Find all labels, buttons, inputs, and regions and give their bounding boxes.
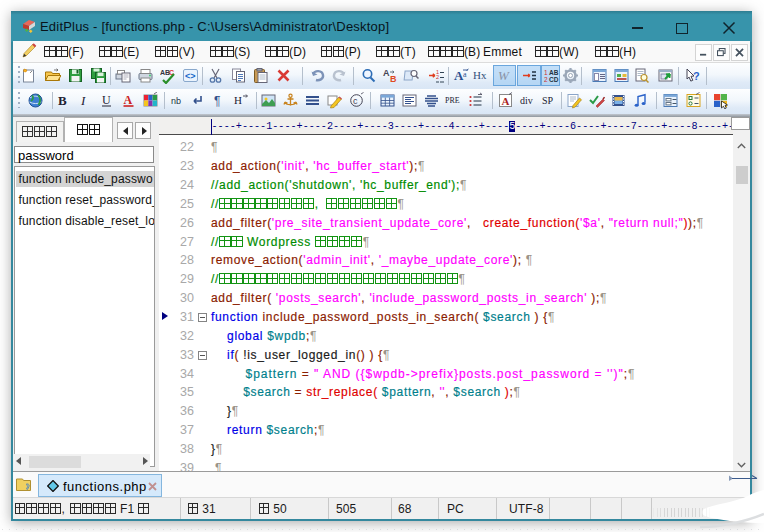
svg-text:1: 1 bbox=[544, 69, 548, 76]
svg-text:a: a bbox=[463, 70, 467, 79]
svg-text:U: U bbox=[102, 93, 111, 107]
svg-text:W: W bbox=[498, 68, 510, 83]
svg-text:?: ? bbox=[693, 70, 700, 82]
svg-text:B: B bbox=[58, 93, 67, 108]
svg-text:SP: SP bbox=[542, 95, 554, 106]
svg-text:<>: <> bbox=[185, 71, 196, 81]
svg-text:A: A bbox=[124, 93, 133, 107]
svg-text:Hx: Hx bbox=[473, 69, 487, 81]
svg-text:H: H bbox=[234, 94, 242, 106]
svg-text:div: div bbox=[520, 95, 533, 106]
svg-text:AB: AB bbox=[549, 69, 559, 76]
svg-text:B: B bbox=[390, 74, 397, 84]
svg-text:I: I bbox=[80, 93, 86, 108]
svg-text:A: A bbox=[502, 95, 510, 107]
svg-text:¶: ¶ bbox=[214, 94, 220, 108]
svg-text:2: 2 bbox=[544, 76, 548, 83]
svg-text:CD: CD bbox=[549, 76, 559, 83]
svg-text:2: 2 bbox=[436, 74, 439, 80]
svg-text:PRE: PRE bbox=[445, 96, 460, 105]
svg-text:nb: nb bbox=[171, 96, 181, 106]
svg-text:c: c bbox=[353, 96, 358, 106]
svg-text:A: A bbox=[383, 68, 390, 78]
